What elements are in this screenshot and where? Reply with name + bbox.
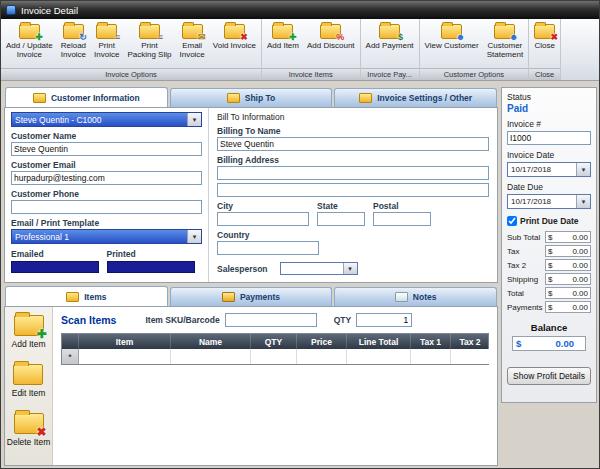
bill-to-header: Bill To Information [217,112,489,122]
country-input[interactable] [217,241,319,255]
status-badge: Paid [507,103,591,114]
print-due-date-checkbox[interactable] [507,216,517,226]
add-item-side-button[interactable]: ✚ Add Item [11,312,45,349]
ribbon-group-label: Invoice Items [262,68,360,80]
customer-phone-label: Customer Phone [11,189,202,199]
customer-statement-button[interactable]: ☻ Customer Statement [483,20,527,68]
person-icon: ☻ [509,33,518,42]
currency-symbol: $ [548,275,552,284]
tab-items[interactable]: Items [5,286,168,306]
column-header-price[interactable]: Price [297,334,347,349]
button-label: Add Payment [366,41,414,50]
column-header-line-total[interactable]: Line Total [347,334,411,349]
items-tab-icon [66,292,79,302]
add-item-button[interactable]: ✚ Add Item [263,20,303,68]
state-label: State [317,201,365,211]
add-update-invoice-button[interactable]: ✚ Add / Update Invoice [2,20,57,68]
grid-cell-qty[interactable] [251,349,297,364]
total-value: 0.00 [572,289,588,298]
date-due-value: 10/17/2018 [511,197,551,206]
country-label: Country [217,230,489,240]
refresh-icon: ↻ [79,33,87,42]
column-header-name[interactable]: Name [171,334,251,349]
new-item-row: * [62,349,488,364]
close-button[interactable]: ✖ Close [530,20,559,68]
titlebar[interactable]: Invoice Detail [1,1,599,19]
billing-address2-input[interactable] [217,183,489,197]
customer-phone-input[interactable] [11,200,202,214]
notes-tab-icon [395,292,408,302]
ribbon-group-label: Close [529,68,560,80]
grid-cell-price[interactable] [297,349,347,364]
dollar-icon: $ [398,33,403,42]
print-packing-slip-button[interactable]: ≡ Print Packing Slip [123,20,175,68]
postal-input[interactable] [373,212,431,226]
new-row-selector[interactable]: * [62,349,79,364]
row-selector-header[interactable] [62,334,79,349]
edit-item-side-button[interactable]: Edit Item [12,361,46,398]
invoice-date-label: Invoice Date [507,150,591,160]
chevron-down-icon [343,263,357,274]
print-invoice-button[interactable]: ≡ Print Invoice [90,20,123,68]
billing-address1-input[interactable] [217,166,489,180]
tab-customer-information[interactable]: Customer Information [5,87,168,107]
grid-cell-tax2[interactable] [451,349,489,364]
chevron-down-icon [576,195,590,208]
grid-cell-line-total[interactable] [347,349,411,364]
emailed-block: Emailed [11,249,107,273]
sku-barcode-input[interactable] [225,313,317,327]
button-label: View Customer [425,41,479,50]
customer-select[interactable]: Steve Quentin - C1000 [11,112,202,127]
column-header-tax2[interactable]: Tax 2 [451,334,489,349]
tax-value-box: $0.00 [545,245,591,257]
delete-item-side-button[interactable]: ✖ Delete Item [7,410,50,447]
add-payment-button[interactable]: $ Add Payment [362,20,418,68]
tab-ship-to[interactable]: Ship To [170,88,333,107]
qty-input[interactable] [356,313,412,327]
email-invoice-button[interactable]: ✉ Email Invoice [175,20,208,68]
grid-cell-name[interactable] [171,349,251,364]
button-label: Close [534,41,554,50]
totals-block: Sub Total $0.00 Tax $0.00 Tax 2 $0.00 Sh… [507,231,591,313]
payments-value: 0.00 [572,303,588,312]
ribbon-group-invoice-items: ✚ Add Item % Add Discount Invoice Items [262,19,361,80]
tax-value: 0.00 [572,247,588,256]
shipping-row: Shipping $0.00 [507,273,591,285]
percent-icon: % [336,33,344,42]
tab-invoice-settings[interactable]: Invoice Settings / Other [334,88,497,107]
grid-cell-item[interactable] [79,349,171,364]
date-due-select[interactable]: 10/17/2018 [507,194,591,209]
grid-cell-tax1[interactable] [411,349,451,364]
add-item-folder-icon: ✚ [14,315,44,336]
add-discount-button[interactable]: % Add Discount [303,20,359,68]
tab-notes[interactable]: Notes [334,287,497,306]
salesperson-select[interactable] [280,262,358,275]
reload-invoice-button[interactable]: ↻ Reload Invoice [57,20,90,68]
ribbon-group-invoice-payments: $ Add Payment Invoice Pay... [361,19,420,80]
state-input[interactable] [317,212,365,226]
show-profit-details-button[interactable]: Show Profit Details [507,367,591,385]
x-icon: ✖ [551,33,559,42]
customer-name-input[interactable] [11,142,202,156]
tax2-row: Tax 2 $0.00 [507,259,591,271]
button-label: Add Item [267,41,299,50]
scan-row: Scan Items Item SKU/Barcode QTY [61,313,491,327]
void-invoice-button[interactable]: ✖ Void Invoice [209,20,260,68]
currency-symbol: $ [548,289,552,298]
view-customer-button[interactable]: ☻ View Customer [421,20,483,68]
tab-payments[interactable]: Payments [170,287,333,306]
customer-email-input[interactable] [11,171,202,185]
column-header-item[interactable]: Item [79,334,171,349]
invoice-number-input[interactable] [507,131,591,145]
city-input[interactable] [217,212,309,226]
column-header-qty[interactable]: QTY [251,334,297,349]
bill-to-column: Bill To Information Billing To Name Bill… [209,108,497,282]
city-block: City [217,197,309,226]
email-print-template-select[interactable]: Professional 1 [11,229,202,244]
billing-to-name-input[interactable] [217,137,489,151]
items-main: Scan Items Item SKU/Barcode QTY Item Nam… [53,307,497,465]
column-header-tax1[interactable]: Tax 1 [411,334,451,349]
invoice-date-select[interactable]: 10/17/2018 [507,162,591,177]
tab-label: Payments [240,292,280,302]
print-packing-slip-icon: ≡ [139,24,160,39]
